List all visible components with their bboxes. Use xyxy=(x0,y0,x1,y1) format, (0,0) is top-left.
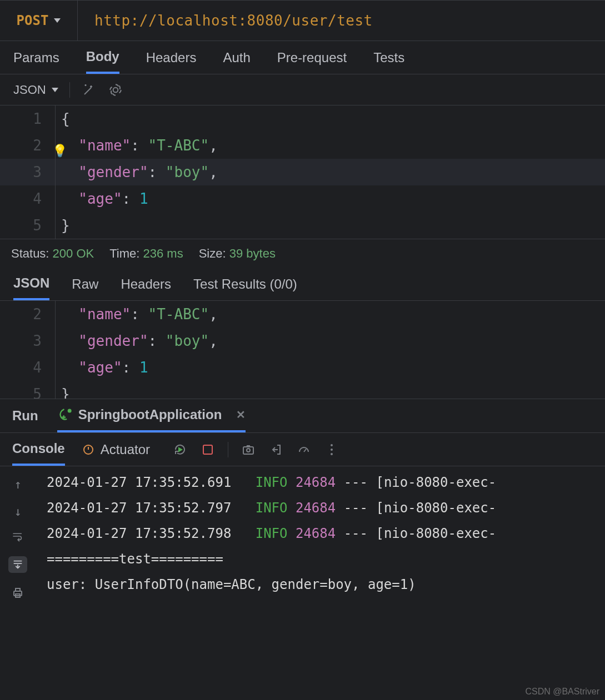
svg-point-6 xyxy=(331,449,333,451)
svg-point-7 xyxy=(331,453,333,455)
svg-rect-3 xyxy=(243,447,253,454)
code-line: 2 "name": "T-ABC", xyxy=(0,301,605,328)
actuator-icon xyxy=(82,443,95,456)
body-type-label: JSON xyxy=(13,83,46,97)
tab-tests[interactable]: Tests xyxy=(373,41,404,74)
http-method-selector[interactable]: POST xyxy=(0,1,78,41)
tab-resp-headers[interactable]: Headers xyxy=(121,268,171,300)
spring-boot-icon xyxy=(57,407,73,422)
console-output: ↑ ↓ 2024-01-27 17:35:52.691 INFO 24684 -… xyxy=(0,466,605,622)
console-side-toolbar: ↑ ↓ xyxy=(0,466,36,622)
tab-actuator[interactable]: Actuator xyxy=(82,433,150,466)
chevron-down-icon xyxy=(54,18,61,23)
chevron-down-icon xyxy=(52,88,58,92)
watermark: CSDN @BAStriver xyxy=(525,687,599,697)
code-line: 2💡 "name": "T-ABC", xyxy=(0,132,605,159)
url-input[interactable]: http://localhost:8080/user/test xyxy=(78,1,605,41)
svg-point-1 xyxy=(67,409,71,413)
response-tabs: JSONRawHeadersTest Results (0/0) xyxy=(0,268,605,301)
console-toolbar: Console Actuator xyxy=(0,433,605,466)
openai-icon[interactable] xyxy=(108,82,123,98)
svg-point-5 xyxy=(331,444,333,446)
status-label: Status: xyxy=(11,246,49,260)
tab-body[interactable]: Body xyxy=(86,41,119,74)
run-config-name: SpringbootApplication xyxy=(78,407,222,422)
magic-wand-icon[interactable] xyxy=(81,82,97,98)
request-bar: POST http://localhost:8080/user/test xyxy=(0,0,605,41)
tab-pre-request[interactable]: Pre-request xyxy=(277,41,347,74)
camera-icon[interactable] xyxy=(241,442,256,457)
stop-icon[interactable] xyxy=(200,442,216,457)
status-value: 200 OK xyxy=(53,246,94,260)
close-icon[interactable]: ✕ xyxy=(236,408,246,421)
time-value: 236 ms xyxy=(143,246,183,260)
run-panel-header: Run SpringbootApplication ✕ xyxy=(0,399,605,433)
request-tabs: ParamsBodyHeadersAuthPre-requestTests xyxy=(0,41,605,74)
actuator-label: Actuator xyxy=(101,442,150,457)
svg-point-0 xyxy=(113,87,118,92)
http-method-label: POST xyxy=(17,13,49,28)
size-label: Size: xyxy=(199,246,226,260)
gauge-icon[interactable] xyxy=(296,442,312,457)
tab-run[interactable]: Run xyxy=(12,399,38,432)
tab-console[interactable]: Console xyxy=(12,433,65,466)
code-line: 4 "age": 1 xyxy=(0,354,605,381)
scroll-up-icon[interactable]: ↑ xyxy=(14,477,21,491)
tab-resp-json[interactable]: JSON xyxy=(13,268,49,300)
exit-icon[interactable] xyxy=(268,442,284,457)
tab-headers[interactable]: Headers xyxy=(146,41,197,74)
code-line: 1{ xyxy=(0,105,605,132)
code-line: 5} xyxy=(0,212,605,239)
tab-params[interactable]: Params xyxy=(13,41,59,74)
code-line: 3 "gender": "boy", xyxy=(0,159,605,185)
print-icon[interactable] xyxy=(11,586,24,600)
response-body-viewer[interactable]: 2 "name": "T-ABC",3 "gender": "boy",4 "a… xyxy=(0,301,605,399)
body-type-selector[interactable]: JSON xyxy=(13,83,58,97)
separator xyxy=(69,82,70,98)
more-icon[interactable] xyxy=(324,442,339,457)
separator xyxy=(228,442,228,457)
log-output[interactable]: 2024-01-27 17:35:52.691 INFO 24684 --- [… xyxy=(36,466,605,622)
tab-resp-raw[interactable]: Raw xyxy=(72,268,98,300)
size-value: 39 bytes xyxy=(229,246,276,260)
rerun-icon[interactable] xyxy=(172,442,188,457)
tab-auth[interactable]: Auth xyxy=(223,41,250,74)
code-line: 5} xyxy=(0,381,605,399)
svg-rect-9 xyxy=(16,588,20,591)
code-line: 3 "gender": "boy", xyxy=(0,328,605,354)
scroll-down-icon[interactable]: ↓ xyxy=(14,505,21,518)
tab-resp-test-results-0-0-[interactable]: Test Results (0/0) xyxy=(193,268,297,300)
request-body-editor[interactable]: 1{2💡 "name": "T-ABC",3 "gender": "boy",4… xyxy=(0,105,605,239)
response-status-bar: Status: 200 OK Time: 236 ms Size: 39 byt… xyxy=(0,239,605,268)
soft-wrap-icon[interactable] xyxy=(11,532,24,543)
body-toolbar: JSON xyxy=(0,74,605,105)
time-label: Time: xyxy=(109,246,139,260)
code-line: 4 "age": 1 xyxy=(0,185,605,212)
run-configuration-tab[interactable]: SpringbootApplication ✕ xyxy=(57,399,246,432)
scroll-to-end-icon[interactable] xyxy=(8,556,27,573)
svg-point-4 xyxy=(247,449,250,452)
